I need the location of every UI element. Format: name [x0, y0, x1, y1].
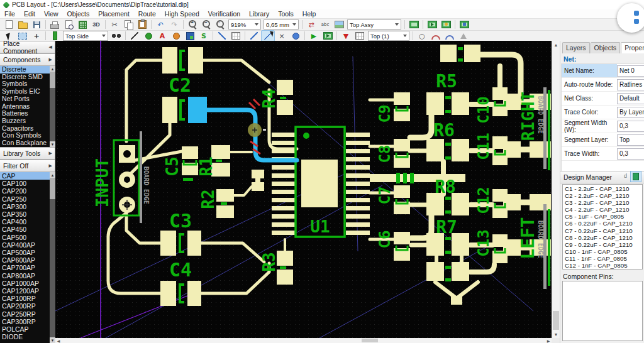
pour-a-button[interactable]	[429, 30, 443, 41]
update-button[interactable]	[321, 30, 335, 41]
save-button[interactable]	[30, 19, 43, 30]
components-header[interactable]: Components ▶	[0, 53, 55, 66]
abc-button[interactable]: abc	[318, 19, 332, 30]
undo-button[interactable]: ↶	[153, 19, 167, 30]
menu-route[interactable]: Route	[134, 10, 160, 18]
scroll-thumb[interactable]	[362, 339, 378, 342]
dm-item-c11---1nf---cap_0805[interactable]: C11 - 1nF - CAP_0805	[563, 255, 642, 262]
scroll-right-icon[interactable]: ▶	[545, 338, 552, 343]
zoom-in-button[interactable]: +	[186, 19, 199, 30]
menu-tools[interactable]: Tools	[274, 10, 298, 18]
menu-objects[interactable]: Objects	[63, 10, 94, 18]
sidebar-group-con-backplane[interactable]: Con Backplane	[0, 139, 55, 147]
ellipse-button[interactable]: ○	[415, 30, 429, 41]
new-file-button[interactable]	[2, 19, 16, 30]
menu-edit[interactable]: Edit	[19, 10, 40, 18]
pattern-convert-button[interactable]: ⇄	[304, 19, 318, 30]
property-row-segment-layer[interactable]: Segment Layer:Top	[562, 133, 644, 147]
scroll-thumb[interactable]	[553, 311, 559, 330]
board-layers-button[interactable]	[75, 19, 89, 30]
dm-item-c3---2.2uf---cap_1210[interactable]: C3 - 2.2uF - CAP_1210	[563, 199, 642, 206]
menu-file[interactable]: File	[0, 10, 19, 18]
place-text-button[interactable]: A	[155, 30, 169, 41]
dm-item-c5---1uf---cap_0805[interactable]: C5 - 1uF - CAP_0805	[563, 213, 642, 220]
property-row-net-name[interactable]: Net Name:Net 0	[562, 64, 644, 78]
update-from-schematic-button[interactable]	[425, 19, 439, 30]
tab-properties[interactable]: Properties	[621, 42, 644, 53]
related-schematic-button[interactable]	[457, 19, 471, 30]
scroll-down-icon[interactable]: ▼	[50, 141, 55, 147]
print-button[interactable]	[48, 19, 62, 30]
property-value[interactable]: Net 0	[617, 65, 644, 77]
sidebar-part-cap400[interactable]: CAP400	[0, 218, 55, 226]
sidebar-part-cap[interactable]: CAP	[0, 172, 55, 180]
dm-item-c12---1nf---cap_0805[interactable]: C12 - 1nF - CAP_0805	[563, 262, 642, 269]
place-shape-button[interactable]: S	[197, 30, 211, 41]
sidebar-part-cap500ap[interactable]: CAP500AP	[0, 249, 55, 256]
grid-table-button[interactable]	[229, 30, 243, 41]
paste-button[interactable]	[135, 19, 149, 30]
tab-objects[interactable]: Objects	[591, 42, 621, 53]
image-button[interactable]	[332, 19, 346, 30]
print-preview-button[interactable]	[62, 19, 75, 30]
sidebar-group-antennas[interactable]: Antennas	[0, 103, 55, 111]
menu-library[interactable]: Library	[245, 10, 274, 18]
sidebar-part-cap200[interactable]: CAP200	[0, 187, 55, 195]
run-autorouter-button[interactable]: ▶	[307, 30, 321, 41]
dm-item-c1---2.2uf---cap_1210[interactable]: C1 - 2.2uF - CAP_1210	[563, 185, 642, 192]
menu-view[interactable]: View	[40, 10, 63, 18]
sidebar-part-cap300[interactable]: CAP300	[0, 203, 55, 210]
lock-button[interactable]	[457, 30, 470, 41]
sidebar-part-polcap[interactable]: POLCAP	[0, 325, 55, 333]
sidebar-group-discrete[interactable]: Discrete	[0, 66, 55, 74]
dock-icon[interactable]: d	[624, 173, 627, 179]
signal-layer-combo[interactable]: Top (1)	[368, 31, 409, 41]
cut-button[interactable]: ✂	[108, 19, 121, 30]
sidebar-part-cap400ap[interactable]: CAP400AP	[0, 241, 55, 249]
tab-layers[interactable]: Layers	[562, 42, 590, 53]
scroll-up-icon[interactable]: ▲	[50, 172, 55, 178]
route-line-button[interactable]	[247, 30, 261, 41]
zoom-out-button[interactable]: −	[199, 19, 213, 30]
property-value[interactable]: 0,3	[617, 121, 644, 132]
open-file-button[interactable]	[16, 19, 30, 30]
scroll-thumb[interactable]	[50, 178, 55, 199]
property-value[interactable]: Ratlines	[617, 79, 644, 90]
dm-item-c7---0.22uf---cap_1210[interactable]: C7 - 0.22uF - CAP_1210	[563, 227, 642, 234]
sidebar-group-symbols[interactable]: Symbols	[0, 80, 55, 88]
layer-color-icon[interactable]	[48, 30, 62, 41]
canvas-horizontal-scrollbar[interactable]: ◀ ▶	[55, 338, 552, 343]
pattern-editor-button[interactable]	[407, 19, 421, 30]
property-row-auto-route-mode[interactable]: Auto-route Mode:Ratlines	[562, 78, 644, 92]
sidebar-group-symbols-eic[interactable]: Symbols EIC	[0, 88, 55, 95]
place-line-button[interactable]	[128, 30, 142, 41]
sidebar-group-buzzers[interactable]: Buzzers	[0, 117, 55, 125]
place-pad-button[interactable]	[169, 30, 183, 41]
unroute-button[interactable]: ×	[275, 30, 289, 41]
sidebar-group-net-ports[interactable]: Net Ports	[0, 95, 55, 103]
sidebar-part-cap100[interactable]: CAP100	[0, 180, 55, 187]
scroll-up-icon[interactable]: ▲	[50, 66, 55, 72]
sidebar-part-cap800ap[interactable]: CAP800AP	[0, 272, 55, 280]
zoom-window-button[interactable]: ▫	[213, 19, 227, 30]
property-row-net-class[interactable]: Net Class:Default	[562, 92, 644, 106]
pour-b-button[interactable]	[443, 30, 457, 41]
property-value[interactable]: Top	[617, 134, 644, 146]
property-value[interactable]: Default	[617, 93, 644, 104]
renew-layout-button[interactable]	[439, 19, 453, 30]
sidebar-group-con-symbols[interactable]: Con Symbols	[0, 132, 55, 139]
design-manager-toggle-button[interactable]	[630, 171, 641, 182]
place-via-button[interactable]	[142, 30, 155, 41]
dm-item-c9---0.22uf---cap_1210[interactable]: C9 - 0.22uF - CAP_1210	[563, 241, 642, 248]
route-tool-button[interactable]	[261, 30, 275, 41]
scroll-left-icon[interactable]: ◀	[55, 338, 62, 343]
sidebar-part-cap350[interactable]: CAP350	[0, 210, 55, 218]
scroll-down-icon[interactable]: ▼	[552, 330, 560, 338]
sidebar-part-cap300rp[interactable]: CAP300RP	[0, 318, 55, 325]
sidebar-group-batteries[interactable]: Batteries	[0, 110, 55, 117]
3d-view-button[interactable]: 3D	[89, 19, 103, 30]
sidebar-part-cap1200ap[interactable]: CAP1200AP	[0, 287, 55, 295]
canvas-vertical-scrollbar[interactable]: ▲ ▼	[552, 41, 560, 338]
sidebar-part-cap250[interactable]: CAP250	[0, 195, 55, 203]
board-side-combo[interactable]: Top Side	[63, 31, 108, 41]
